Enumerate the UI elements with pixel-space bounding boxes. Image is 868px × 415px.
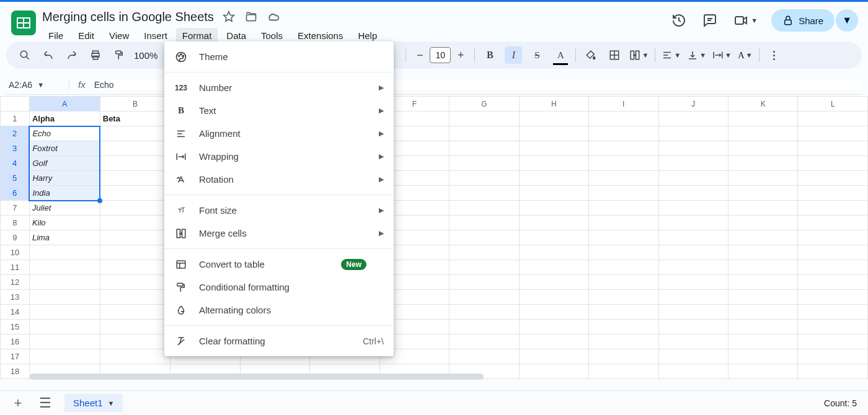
share-dropdown[interactable]: ▼ [836, 9, 858, 32]
cell-G6[interactable] [450, 186, 520, 201]
paint-format-icon[interactable] [110, 46, 128, 64]
cell-G4[interactable] [450, 156, 520, 171]
cell-L2[interactable] [798, 126, 868, 141]
cell-L4[interactable] [798, 156, 868, 171]
cell-K16[interactable] [728, 334, 797, 349]
row-header-9[interactable]: 9 [1, 230, 30, 245]
history-icon[interactable] [670, 12, 688, 29]
cell-H11[interactable] [519, 260, 588, 275]
menu-clear-formatting[interactable]: Clear formatting Ctrl+\ [164, 330, 394, 352]
cell-A9[interactable]: Lima [29, 230, 100, 245]
name-box[interactable]: A2:A6 ▼ [6, 80, 69, 90]
cell-H6[interactable] [519, 186, 588, 201]
cell-J9[interactable] [658, 230, 728, 245]
italic-button[interactable]: I [505, 46, 522, 64]
cell-L16[interactable] [798, 334, 868, 349]
zoom-select[interactable]: 100% [134, 50, 157, 61]
bold-button[interactable]: B [481, 46, 498, 64]
row-header-6[interactable]: 6 [1, 186, 30, 201]
strikethrough-button[interactable]: S [528, 46, 546, 64]
cell-H17[interactable] [519, 349, 588, 364]
cell-J2[interactable] [658, 126, 728, 141]
col-header-A[interactable]: A [29, 97, 100, 111]
row-header-3[interactable]: 3 [1, 141, 30, 156]
cell-G17[interactable] [450, 349, 520, 364]
font-size-input[interactable] [430, 47, 451, 63]
cell-J1[interactable] [658, 111, 728, 126]
cell-K14[interactable] [728, 305, 797, 320]
row-header-17[interactable]: 17 [1, 349, 30, 364]
cell-K2[interactable] [728, 126, 797, 141]
cell-L3[interactable] [798, 141, 868, 156]
cell-H7[interactable] [519, 201, 588, 216]
menu-conditional-formatting[interactable]: Conditional formatting [164, 276, 394, 299]
cell-I17[interactable] [589, 349, 658, 364]
row-header-18[interactable]: 18 [1, 364, 30, 379]
cell-B2[interactable] [100, 126, 170, 141]
meet-dropdown[interactable]: ▼ [751, 17, 758, 24]
cell-K5[interactable] [728, 171, 797, 186]
cell-J11[interactable] [658, 260, 728, 275]
cell-G15[interactable] [450, 320, 520, 334]
cell-I8[interactable] [589, 216, 658, 230]
redo-icon[interactable] [63, 46, 81, 64]
cell-B14[interactable] [100, 305, 170, 320]
row-header-4[interactable]: 4 [1, 156, 30, 171]
menu-file[interactable]: File [42, 28, 69, 43]
cell-B12[interactable] [100, 275, 170, 290]
cell-B10[interactable] [100, 245, 170, 260]
sheet-tab-active[interactable]: Sheet1 ▼ [64, 394, 123, 412]
cell-K15[interactable] [728, 320, 797, 334]
move-folder-icon[interactable] [244, 9, 259, 24]
row-header-13[interactable]: 13 [1, 290, 30, 305]
cell-I7[interactable] [589, 201, 658, 216]
cell-H15[interactable] [519, 320, 588, 334]
cell-G7[interactable] [450, 201, 520, 216]
cell-H1[interactable] [519, 111, 588, 126]
fx-icon[interactable]: fx [69, 79, 94, 90]
document-title[interactable]: Merging cells in Google Sheets [42, 10, 214, 24]
undo-icon[interactable] [40, 46, 57, 64]
cell-J17[interactable] [658, 349, 728, 364]
cell-B3[interactable] [100, 141, 170, 156]
spreadsheet-grid[interactable]: A B C D E F G H I J K L 1AlphaBeta2Echo3… [0, 96, 868, 379]
cell-B7[interactable] [100, 201, 170, 216]
cell-B16[interactable] [100, 334, 170, 349]
cell-H8[interactable] [519, 216, 588, 230]
cell-J16[interactable] [658, 334, 728, 349]
cell-J5[interactable] [658, 171, 728, 186]
cell-J4[interactable] [658, 156, 728, 171]
cell-A14[interactable] [29, 305, 100, 320]
cell-L12[interactable] [798, 275, 868, 290]
cell-A6[interactable]: India [29, 186, 100, 201]
sheets-logo[interactable] [11, 11, 36, 35]
cell-K3[interactable] [728, 141, 797, 156]
cell-A8[interactable]: Kilo [29, 216, 100, 230]
cell-L1[interactable] [798, 111, 868, 126]
row-header-14[interactable]: 14 [1, 305, 30, 320]
cell-L8[interactable] [798, 216, 868, 230]
cell-J14[interactable] [658, 305, 728, 320]
cell-G3[interactable] [450, 141, 520, 156]
row-header-5[interactable]: 5 [1, 171, 30, 186]
cell-G12[interactable] [450, 275, 520, 290]
cell-K9[interactable] [728, 230, 797, 245]
cell-H5[interactable] [519, 171, 588, 186]
cell-K8[interactable] [728, 216, 797, 230]
cell-K13[interactable] [728, 290, 797, 305]
add-sheet-button[interactable]: + [10, 395, 26, 411]
menu-convert-table[interactable]: Convert to table New [164, 253, 394, 276]
cell-J8[interactable] [658, 216, 728, 230]
cell-A3[interactable]: Foxtrot [29, 141, 100, 156]
star-icon[interactable] [221, 9, 236, 24]
cell-J10[interactable] [658, 245, 728, 260]
cell-J3[interactable] [658, 141, 728, 156]
cell-G2[interactable] [450, 126, 520, 141]
cell-B6[interactable] [100, 186, 170, 201]
font-size-decrease[interactable]: − [412, 49, 427, 62]
cell-H13[interactable] [519, 290, 588, 305]
cell-I14[interactable] [589, 305, 658, 320]
menu-merge-cells[interactable]: Merge cells ▶ [164, 222, 394, 245]
name-box-dropdown[interactable]: ▼ [37, 81, 44, 89]
menu-number[interactable]: 123 Number ▶ [164, 76, 394, 99]
